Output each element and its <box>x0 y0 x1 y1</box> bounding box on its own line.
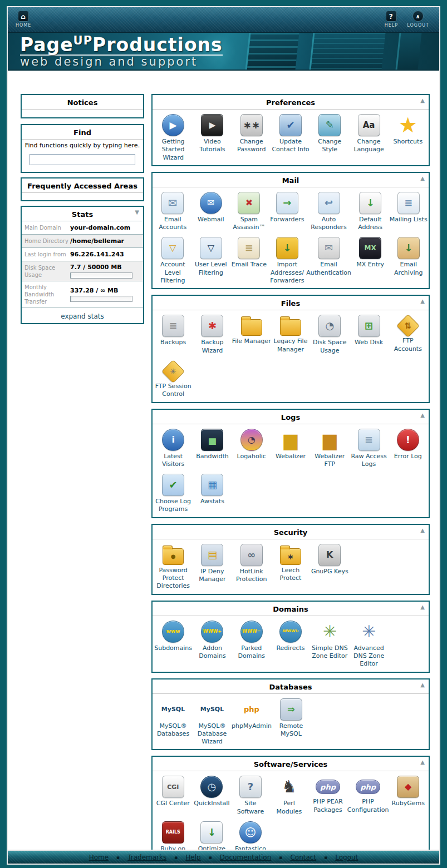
feature-phpmyadmin[interactable]: phpphpMyAdmin <box>232 698 272 746</box>
feature-perl-modules[interactable]: ♞Perl Modules <box>270 776 309 816</box>
content: Notices Find Find functions quickly by t… <box>8 71 439 850</box>
feature-email-trace[interactable]: ≡Email Trace <box>230 237 268 285</box>
feature-forwarders[interactable]: →Forwarders <box>268 192 307 232</box>
feature-label: FTP Accounts <box>389 337 428 353</box>
feature-change-style[interactable]: ✎Change Style <box>310 114 349 162</box>
feature-legacy-file-manager[interactable]: Legacy File Manager <box>271 315 310 355</box>
stats-collapse-icon[interactable]: ▼ <box>135 209 139 215</box>
feature-awstats[interactable]: ▦Awstats <box>193 474 232 514</box>
expand-stats-link[interactable]: expand stats <box>61 313 104 320</box>
feature-advanced-dns-zone-editor[interactable]: ✳Advanced DNS Zone Editor <box>349 621 388 668</box>
feature-spam-assassin[interactable]: ✖Spam Assassin™ <box>230 192 268 232</box>
feature-ftp-accounts[interactable]: ⇅FTP Accounts <box>389 315 428 355</box>
feature-auto-responders[interactable]: ↩Auto Responders <box>306 192 351 232</box>
feature-cgi-center[interactable]: CGICGI Center <box>154 776 193 816</box>
feature-getting-started-wizard[interactable]: ▶Getting Started Wizard <box>154 114 193 162</box>
collapse-icon[interactable]: ▲ <box>420 682 425 688</box>
feature-change-password[interactable]: ∗∗Change Password <box>232 114 271 162</box>
help-button[interactable]: ? HELP <box>385 11 398 28</box>
feature-leech-protect[interactable]: ∗Leech Protect <box>271 544 310 591</box>
feature-backups[interactable]: ≡Backups <box>154 315 193 355</box>
section-logs: Logs▲iLatest Visitors▅Bandwidth◔Logaholi… <box>151 409 430 518</box>
feature-user-level-filtering[interactable]: ▽User Level Filtering <box>192 237 230 285</box>
feature-simple-dns-zone-editor[interactable]: ✳Simple DNS Zone Editor <box>310 621 349 668</box>
section-items: CGICGI Center◷QuickInstall?Site Software… <box>153 771 429 850</box>
feature-account-level-filtering[interactable]: ▽Account Level Filtering <box>154 237 192 285</box>
collapse-icon[interactable]: ▲ <box>420 175 425 181</box>
bottom-nav-help[interactable]: Help <box>185 854 200 861</box>
feature-update-contact-info[interactable]: ✔Update Contact Info <box>271 114 310 162</box>
feature-mailing-lists[interactable]: ≡Mailing Lists <box>389 192 428 232</box>
feature-file-manager[interactable]: File Manager <box>232 315 271 355</box>
feature-label: Addon Domains <box>193 644 232 661</box>
feature-ruby-on-rails[interactable]: RAILSRuby on Rails <box>154 821 193 850</box>
feature-label: Remote MySQL <box>272 722 311 738</box>
bottom-nav-trademarks[interactable]: Trademarks <box>127 854 166 861</box>
collapse-icon[interactable]: ▲ <box>420 412 425 418</box>
feature-mysql-database-wizard[interactable]: MySQLMySQL® Database Wizard <box>193 698 232 746</box>
feature-email-archiving[interactable]: ↓Email Archiving <box>389 237 428 285</box>
collapse-icon[interactable]: ▲ <box>420 604 425 610</box>
feature-password-protect-directories[interactable]: ●Password Protect Directories <box>154 544 193 591</box>
feature-bandwidth[interactable]: ▅Bandwidth <box>193 429 232 469</box>
feature-fantastico-de-luxe[interactable]: ☺Fantastico De Luxe <box>231 821 270 850</box>
bottom-nav-logout[interactable]: Logout <box>335 854 358 861</box>
feature-site-software[interactable]: ?Site Software <box>231 776 270 816</box>
account-level-filtering-icon: ▽ <box>161 237 184 259</box>
feature-redirects[interactable]: WWW↻Redirects <box>271 621 310 668</box>
feature-video-tutorials[interactable]: ▶Video Tutorials <box>193 114 232 162</box>
feature-subdomains[interactable]: wwwSubdomains <box>154 621 193 668</box>
feature-gnupg-keys[interactable]: KGnuPG Keys <box>310 544 349 591</box>
feature-ip-deny-manager[interactable]: ▤IP Deny Manager <box>193 544 232 591</box>
find-input[interactable] <box>30 154 135 165</box>
feature-choose-log-programs[interactable]: ✔Choose Log Programs <box>154 474 193 514</box>
feature-webalizer-ftp[interactable]: ▆Webalizer FTP <box>310 429 349 469</box>
feature-php-pear-packages[interactable]: phpPHP PEAR Packages <box>308 776 347 816</box>
feature-hotlink-protection[interactable]: ∞HotLink Protection <box>232 544 271 591</box>
feature-latest-visitors[interactable]: iLatest Visitors <box>154 429 193 469</box>
section-header: Files▲ <box>153 296 429 310</box>
feature-error-log[interactable]: !Error Log <box>389 429 428 469</box>
bottom-nav-contact[interactable]: Contact <box>290 854 316 861</box>
email-archiving-icon: ↓ <box>397 237 420 259</box>
feature-raw-access-logs[interactable]: ≡Raw Access Logs <box>349 429 388 469</box>
home-button[interactable]: ⌂ HOME <box>16 11 31 28</box>
collapse-icon[interactable]: ▲ <box>420 759 425 765</box>
feature-addon-domains[interactable]: WWW+Addon Domains <box>193 621 232 668</box>
feature-label: Getting Started Wizard <box>154 138 193 162</box>
feature-optimize-website[interactable]: ↓Optimize Website <box>193 821 232 850</box>
feature-email-authentication[interactable]: ✉Email Authentication <box>306 237 351 285</box>
feature-mx-entry[interactable]: MXMX Entry <box>351 237 390 285</box>
webalizer-ftp-icon: ▆ <box>318 429 341 451</box>
feature-ftp-session-control[interactable]: ✳FTP Session Control <box>154 360 193 399</box>
feature-change-language[interactable]: AaChange Language <box>349 114 388 162</box>
logout-button[interactable]: ∧ LOGOUT <box>407 11 429 28</box>
feature-default-address[interactable]: ↓Default Address <box>351 192 390 232</box>
feature-php-configuration[interactable]: phpPHP Configuration <box>347 776 389 816</box>
feature-rubygems[interactable]: ◆RubyGems <box>389 776 428 816</box>
feature-webmail[interactable]: ✉Webmail <box>192 192 230 232</box>
feature-parked-domains[interactable]: WWW=Parked Domains <box>232 621 271 668</box>
backup-wizard-icon: ✱ <box>201 315 223 337</box>
feature-remote-mysql[interactable]: ⇒Remote MySQL <box>272 698 311 746</box>
feature-webalizer[interactable]: ▆Webalizer <box>271 429 310 469</box>
collapse-icon[interactable]: ▲ <box>420 527 425 533</box>
fantastico-de-luxe-icon: ☺ <box>239 821 262 844</box>
feature-email-accounts[interactable]: ✉Email Accounts <box>154 192 192 232</box>
collapse-icon[interactable]: ▲ <box>420 97 425 103</box>
feature-mysql-databases[interactable]: MySQLMySQL® Databases <box>154 698 193 746</box>
bottom-nav-home[interactable]: Home <box>89 854 109 861</box>
feature-quickinstall[interactable]: ◷QuickInstall <box>193 776 232 816</box>
collapse-icon[interactable]: ▲ <box>420 298 425 304</box>
feature-shortcuts[interactable]: ★Shortcuts <box>389 114 428 162</box>
mailing-lists-icon: ≡ <box>397 192 420 214</box>
feature-backup-wizard[interactable]: ✱Backup Wizard <box>193 315 232 355</box>
feature-label: Webmail <box>192 216 230 224</box>
bottom-nav-documentation[interactable]: Documentation <box>220 854 272 861</box>
feature-web-disk[interactable]: ⊞Web Disk <box>349 315 388 355</box>
email-accounts-icon: ✉ <box>161 192 184 214</box>
user-level-filtering-icon: ▽ <box>200 237 222 259</box>
feature-logaholic[interactable]: ◔Logaholic <box>232 429 271 469</box>
feature-import-addresses-forwarders[interactable]: ↓Import Addresses/ Forwarders <box>268 237 307 285</box>
feature-disk-space-usage[interactable]: ◔Disk Space Usage <box>310 315 349 355</box>
